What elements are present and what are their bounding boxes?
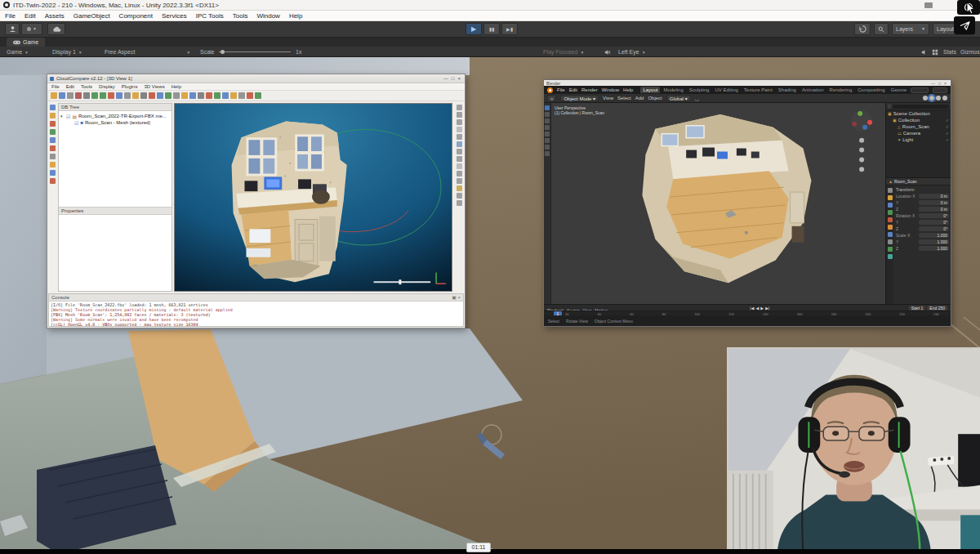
view-icon[interactable] — [457, 163, 462, 169]
tool-icon[interactable] — [50, 154, 56, 159]
toolbar-icon[interactable] — [173, 92, 180, 99]
visibility-toggle[interactable]: ✓ — [946, 137, 951, 142]
workspace-tab[interactable]: UV Editing — [712, 87, 740, 93]
scene-selector[interactable] — [911, 87, 929, 93]
toolbar-icon[interactable] — [51, 92, 57, 99]
viewport-menu-item[interactable]: Select — [617, 96, 631, 101]
field-value[interactable]: 0 m — [919, 200, 949, 205]
db-tree-item[interactable]: ☑ ■ Room_Scan - Mesh (textured) — [59, 119, 172, 126]
blender-menu-item[interactable]: File — [557, 87, 565, 92]
step-button[interactable]: ▶▮ — [501, 23, 518, 35]
playback-button[interactable]: ▶| — [765, 306, 769, 311]
blender-3d-viewport[interactable]: User Perspective (1) Collection | Room_S… — [551, 103, 885, 304]
toolbar-icon[interactable] — [214, 92, 220, 99]
console-buttons[interactable]: ▣ × — [452, 295, 461, 300]
view-icon[interactable] — [457, 149, 462, 154]
mode-dropdown[interactable]: Object Mode ▾ — [560, 95, 599, 101]
field-value[interactable]: 1.000 — [919, 246, 949, 251]
properties-tab-icon[interactable] — [888, 225, 893, 230]
properties-tab-icon[interactable] — [888, 239, 893, 244]
tool-icon[interactable] — [50, 170, 56, 176]
move-tool-icon[interactable] — [545, 118, 550, 123]
shading-rendered-icon[interactable] — [942, 96, 947, 101]
properties-tab-icon[interactable] — [888, 210, 893, 215]
scale-slider[interactable] — [219, 47, 291, 57]
properties-tab-icon[interactable] — [888, 217, 893, 222]
blender-menu-item[interactable]: Help — [623, 87, 633, 92]
tool-icon[interactable] — [50, 145, 56, 151]
snap-magnet-icon[interactable]: ◡ — [695, 96, 699, 101]
view-icon[interactable] — [457, 156, 462, 162]
outliner-item[interactable]: ▣ Collection ✓ — [886, 117, 951, 123]
playback-button[interactable]: |◀ — [750, 306, 754, 311]
cloud-button[interactable] — [47, 23, 65, 35]
properties-tab-icon[interactable] — [888, 195, 893, 200]
toolbar-icon[interactable] — [247, 92, 253, 99]
toolbar-icon[interactable] — [140, 92, 147, 99]
workspace-tab[interactable]: Layout — [640, 87, 660, 93]
workspace-tab[interactable]: Geometry Nodes — [889, 87, 906, 93]
cloudcompare-menu-item[interactable]: Display — [99, 84, 115, 89]
cloudcompare-menu-item[interactable]: Edit — [66, 84, 74, 89]
grid-icon[interactable] — [932, 47, 938, 57]
blender-title-bar[interactable]: Blender —□× — [544, 80, 951, 86]
layers-dropdown[interactable]: Layers ▼ — [892, 23, 929, 35]
field-value[interactable]: 0° — [919, 213, 949, 218]
filter-icon[interactable]: ▽ — [888, 104, 891, 109]
properties-tab-icon[interactable] — [888, 247, 893, 252]
tool-icon[interactable] — [50, 178, 56, 184]
outliner-item[interactable]: ✦ Light ✓ — [886, 136, 951, 143]
unity-menu-item[interactable]: IPC Tools — [196, 12, 224, 20]
properties-tab-icon[interactable] — [888, 188, 893, 193]
tool-icon[interactable] — [50, 137, 56, 143]
orientation-dropdown[interactable]: Global ▾ — [666, 95, 691, 101]
outliner-item[interactable]: △ Room_Scan ✓ — [886, 123, 951, 130]
slider-knob[interactable] — [220, 50, 225, 54]
toolbar-icon[interactable] — [124, 92, 131, 99]
workspace-tab[interactable]: Compositing — [855, 87, 887, 93]
workspace-tab[interactable]: Animation — [800, 87, 826, 93]
tool-icon[interactable] — [50, 105, 56, 110]
field-value[interactable]: 1.000 — [919, 233, 949, 238]
viewport-menu-item[interactable]: Add — [635, 96, 644, 101]
toolbar-icon[interactable] — [222, 92, 229, 99]
toolbar-icon[interactable] — [91, 92, 98, 99]
unity-menu-item[interactable]: Component — [119, 12, 153, 20]
toolbar-icon[interactable] — [100, 92, 106, 99]
share-overlay-button[interactable] — [954, 16, 975, 34]
gizmos-dropdown[interactable]: Gizmos▼ — [960, 47, 980, 57]
blender-menu-item[interactable]: Edit — [569, 87, 577, 92]
blender-menu-item[interactable]: Render — [581, 87, 598, 92]
visibility-toggle[interactable]: ✓ — [946, 118, 951, 123]
field-value[interactable]: 0 m — [919, 207, 949, 212]
field-value[interactable]: 0° — [919, 220, 949, 225]
tab-game[interactable]: Game — [7, 38, 45, 47]
cloudcompare-window[interactable]: CloudCompare v2.12 - [3D View 1] —□× Fil… — [47, 74, 466, 328]
tool-icon[interactable] — [50, 162, 56, 168]
cursor-tool-icon[interactable] — [545, 112, 550, 117]
view-icon[interactable] — [457, 171, 462, 176]
toolbar-icon[interactable] — [181, 92, 188, 99]
start-frame-field[interactable]: Start 1 — [909, 306, 926, 311]
properties-tab-icon[interactable] — [888, 203, 893, 208]
shading-solid-icon[interactable] — [929, 96, 934, 101]
view-icon[interactable] — [457, 112, 462, 118]
select-tool-icon[interactable] — [545, 105, 550, 110]
slider-track[interactable] — [219, 51, 291, 52]
view-icon[interactable] — [457, 178, 462, 184]
toolbar-icon[interactable] — [149, 92, 155, 99]
toolbar-icon[interactable] — [206, 92, 212, 99]
toolbar-icon[interactable] — [165, 92, 172, 99]
tool-icon[interactable] — [50, 129, 56, 135]
game-viewport[interactable]: CloudCompare v2.12 - [3D View 1] —□× Fil… — [0, 57, 980, 554]
vsync-icon[interactable] — [921, 47, 928, 57]
window-control-button[interactable]: □ — [937, 81, 942, 86]
play-button[interactable]: ▶ — [466, 23, 482, 35]
outliner-item[interactable]: ▭ Camera ✓ — [886, 130, 951, 136]
blender-logo-icon[interactable] — [547, 87, 553, 93]
toolbar-icon[interactable] — [230, 92, 237, 99]
mute-audio-icon[interactable] — [604, 47, 611, 57]
cloudcompare-3d-view[interactable] — [174, 103, 452, 292]
unity-menu-item[interactable]: Assets — [45, 12, 65, 20]
field-value[interactable]: 0° — [919, 226, 949, 231]
